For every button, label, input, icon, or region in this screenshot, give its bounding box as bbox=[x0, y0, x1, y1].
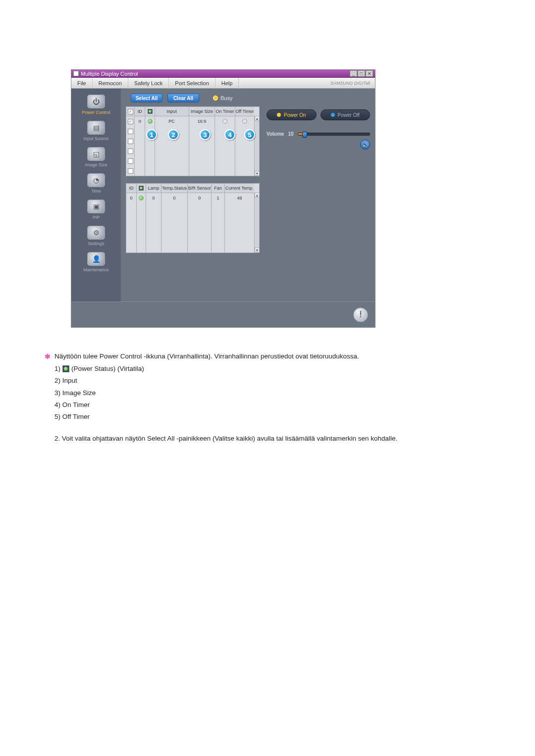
cell-on-timer bbox=[215, 116, 235, 126]
settings-icon: ⚙ bbox=[87, 226, 105, 240]
cell-br-sensor: 0 bbox=[188, 193, 212, 203]
control-panel: Power On Power Off Volume 10 bbox=[264, 106, 370, 260]
power-off-button[interactable]: Power Off bbox=[321, 109, 371, 120]
row-checkbox[interactable] bbox=[128, 149, 133, 154]
busy-dot-icon bbox=[213, 96, 218, 101]
col-status bbox=[145, 107, 155, 116]
col-id: ID bbox=[135, 107, 145, 116]
scroll-down-icon[interactable]: ▼ bbox=[255, 248, 260, 252]
clear-all-button[interactable]: Clear All bbox=[167, 94, 199, 102]
table-row-empty bbox=[126, 203, 254, 213]
list-item: 2) Input bbox=[54, 376, 490, 386]
sidebar-item-label: Input Source bbox=[71, 136, 121, 141]
sidebar-item-label: Power Control bbox=[71, 110, 121, 115]
cell-input: PC bbox=[155, 116, 189, 126]
callout-2: 2 bbox=[168, 129, 179, 140]
status-on-icon bbox=[148, 119, 153, 124]
sidebar-item-label: Maintenance bbox=[71, 267, 121, 272]
volume-value: 10 bbox=[288, 131, 293, 137]
list-item: 1) (Power Status) (Virtatila) bbox=[54, 364, 490, 374]
row-checkbox[interactable]: ✓ bbox=[128, 119, 133, 124]
cell-fan: 1 bbox=[212, 193, 225, 203]
table-row-empty bbox=[126, 136, 254, 146]
sidebar-item-image-size[interactable]: ◱ Image Size bbox=[71, 145, 121, 171]
col-on-timer: On Timer bbox=[215, 107, 235, 116]
intro-text: Näyttöön tulee Power Control -ikkuna (Vi… bbox=[54, 352, 359, 361]
scrollbar[interactable]: ▲ ▼ bbox=[254, 116, 259, 176]
col-lamp: Lamp bbox=[146, 184, 161, 193]
power-on-dot-icon bbox=[277, 113, 281, 117]
brand-label: SAMSUNG DIGITall bbox=[330, 81, 375, 86]
cell-current-temp: 49 bbox=[225, 193, 254, 203]
scroll-up-icon[interactable]: ▲ bbox=[255, 193, 260, 198]
power-status-icon bbox=[62, 365, 69, 372]
col-br-sensor: B/R Sensor bbox=[188, 184, 212, 193]
power-on-button[interactable]: Power On bbox=[267, 109, 317, 120]
table-row-empty bbox=[126, 156, 254, 166]
list-item: 4) On Timer bbox=[54, 400, 490, 410]
scrollbar[interactable]: ▲ ▼ bbox=[254, 193, 259, 252]
cell-id: 0 bbox=[135, 116, 145, 126]
callout-4: 4 bbox=[224, 129, 235, 140]
volume-thumb[interactable] bbox=[302, 132, 307, 138]
table-row-empty bbox=[126, 243, 254, 252]
sidebar-item-maintenance[interactable]: 👤 Maintenance bbox=[71, 250, 121, 276]
pip-icon: ▣ bbox=[87, 200, 105, 213]
sidebar-item-time[interactable]: ◔ Time bbox=[71, 171, 121, 198]
cell-lamp: 0 bbox=[146, 193, 161, 203]
busy-label: Busy bbox=[220, 95, 232, 101]
sidebar-item-settings[interactable]: ⚙ Settings bbox=[71, 224, 121, 250]
timer-off-icon bbox=[222, 119, 227, 124]
minimize-button[interactable]: _ bbox=[350, 70, 357, 77]
status-on-icon bbox=[139, 196, 144, 201]
header-checkbox[interactable]: ✓ bbox=[128, 109, 133, 114]
main-area: Select All Clear All Busy ✓ ID bbox=[121, 89, 375, 302]
cell-temp-status: 0 bbox=[161, 193, 188, 203]
row-checkbox[interactable] bbox=[128, 158, 133, 164]
sidebar: ⏻ Power Control ▤ Input Source ◱ Image S… bbox=[71, 89, 121, 302]
menu-help[interactable]: Help bbox=[215, 78, 239, 89]
sidebar-item-power-control[interactable]: ⏻ Power Control bbox=[71, 93, 121, 119]
col-temp-status: Temp.Status bbox=[161, 184, 188, 193]
table-row[interactable]: 0 0 0 0 1 49 bbox=[126, 193, 254, 203]
power-on-label: Power On bbox=[284, 112, 306, 118]
col-id: ID bbox=[126, 184, 137, 193]
col-fan: Fan bbox=[212, 184, 225, 193]
alert-icon[interactable]: ! bbox=[353, 307, 368, 322]
menu-port-selection[interactable]: Port Selection bbox=[169, 78, 215, 89]
menu-safety-lock[interactable]: Safety Lock bbox=[128, 78, 169, 89]
row-checkbox[interactable] bbox=[128, 129, 133, 134]
star-icon: ✱ bbox=[45, 352, 51, 362]
document-text: ✱ Näyttöön tulee Power Control -ikkuna (… bbox=[45, 352, 490, 444]
volume-slider[interactable] bbox=[298, 133, 370, 136]
scroll-up-icon[interactable]: ▲ bbox=[255, 116, 260, 121]
callout-5: 5 bbox=[244, 129, 255, 140]
table-row[interactable]: ✓ 0 PC 16:9 bbox=[126, 116, 254, 126]
image-size-icon: ◱ bbox=[87, 147, 105, 161]
volume-label: Volume bbox=[267, 131, 284, 137]
sidebar-item-input-source[interactable]: ▤ Input Source bbox=[71, 119, 121, 145]
select-all-button[interactable]: Select All bbox=[131, 94, 162, 102]
callout-1: 1 bbox=[146, 129, 157, 140]
title-bar: Multiple Display Control _ □ ✕ bbox=[71, 70, 375, 78]
scroll-down-icon[interactable]: ▼ bbox=[255, 171, 260, 176]
table-row-empty bbox=[126, 146, 254, 156]
speaker-icon[interactable]: 🔊 bbox=[360, 140, 370, 150]
table-row-empty bbox=[126, 213, 254, 223]
close-button[interactable]: ✕ bbox=[366, 70, 373, 77]
menu-file[interactable]: File bbox=[71, 78, 93, 89]
list-item: 3) Image Size bbox=[54, 388, 490, 398]
input-source-icon: ▤ bbox=[87, 121, 105, 135]
window-title: Multiple Display Control bbox=[81, 70, 138, 78]
menu-remocon[interactable]: Remocon bbox=[93, 78, 128, 89]
cell-id: 0 bbox=[126, 193, 137, 203]
sidebar-item-pip[interactable]: ▣ PIP bbox=[71, 198, 121, 224]
maximize-button[interactable]: □ bbox=[358, 70, 365, 77]
cell-image-size: 16:9 bbox=[189, 116, 215, 126]
app-window: Multiple Display Control _ □ ✕ File Remo… bbox=[71, 69, 375, 328]
row-checkbox[interactable] bbox=[128, 168, 133, 174]
cell-status bbox=[137, 193, 146, 203]
row-checkbox[interactable] bbox=[128, 139, 133, 144]
power-control-icon: ⏻ bbox=[87, 95, 105, 108]
sidebar-item-label: Settings bbox=[71, 241, 121, 246]
